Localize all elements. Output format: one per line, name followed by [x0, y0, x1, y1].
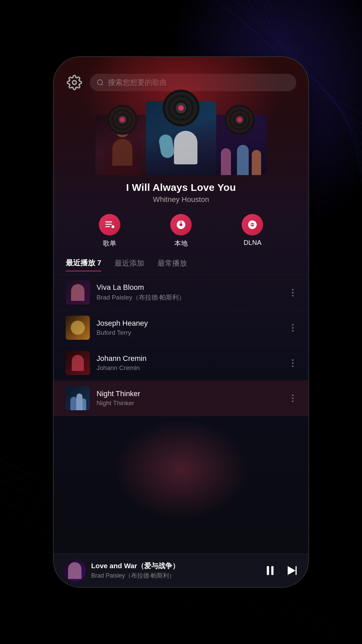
more-button-4[interactable]	[289, 392, 296, 405]
local-icon-bg	[170, 214, 192, 235]
more-button-2[interactable]	[289, 321, 296, 334]
song-thumb-2	[66, 316, 90, 340]
svg-rect-11	[267, 566, 269, 575]
song-thumb-1	[66, 280, 90, 305]
featured-artist: Whitney Houston	[54, 195, 308, 204]
dlna-icon	[247, 219, 258, 230]
np-controls	[263, 564, 298, 577]
nav-dlna-label: DLNA	[244, 239, 261, 247]
svg-point-0	[72, 80, 76, 85]
np-artist: Brad Paisley（布拉德·帕斯利）	[91, 572, 258, 580]
screen: 搜索您想要的歌曲	[54, 57, 308, 587]
song-artist-4: Night Thinker	[97, 399, 283, 407]
search-placeholder: 搜索您想要的歌曲	[108, 77, 167, 88]
vinyl-disc-right	[225, 105, 255, 135]
tabs-row: 最近播放 7 最近添加 最常播放	[54, 255, 308, 275]
np-info: Love and War（爱与战争） Brad Paisley（布拉德·帕斯利）	[91, 561, 258, 580]
tab-recent-add[interactable]: 最近添加	[115, 258, 144, 271]
song-artist-3: Johann Cremin	[97, 364, 283, 372]
phone-shell: 搜索您想要的歌曲	[54, 57, 308, 587]
album-card-left[interactable]	[96, 115, 149, 175]
svg-rect-14	[296, 566, 297, 575]
song-title-4: Night Thinker	[97, 389, 283, 398]
svg-point-1	[98, 80, 103, 85]
playlist-icon-bg	[99, 214, 120, 235]
svg-rect-5	[105, 226, 110, 227]
song-list: Viva La Bloom Brad Paisley（布拉德·帕斯利） Jose…	[54, 275, 308, 416]
svg-rect-3	[105, 221, 112, 222]
tab-recent[interactable]: 最近播放 7	[66, 258, 101, 271]
song-info-2: Joseph Heaney Buford Terry	[97, 319, 283, 336]
song-row[interactable]: Johann Cremin Johann Cremin	[54, 345, 308, 381]
tab-most-played[interactable]: 最常播放	[158, 258, 187, 271]
more-button-3[interactable]	[289, 357, 296, 370]
vinyl-disc-center	[163, 90, 199, 126]
more-button-1[interactable]	[289, 286, 296, 299]
song-title-3: Johann Cremin	[97, 354, 283, 363]
song-row[interactable]: Viva La Bloom Brad Paisley（布拉德·帕斯利）	[54, 275, 308, 310]
svg-line-2	[102, 84, 103, 85]
search-icon	[97, 79, 104, 86]
skip-next-button[interactable]	[285, 564, 298, 577]
song-title-2: Joseph Heaney	[97, 319, 283, 328]
featured-title: I Will Always Love You	[54, 182, 308, 193]
search-bar[interactable]: 搜索您想要的歌曲	[90, 74, 296, 91]
svg-rect-4	[105, 224, 112, 225]
svg-point-6	[111, 225, 114, 228]
svg-rect-12	[271, 566, 274, 575]
album-card-right[interactable]	[213, 115, 266, 175]
song-info-4: Night Thinker Night Thinker	[97, 389, 283, 407]
nav-playlist-label: 歌单	[103, 239, 116, 248]
np-album-art	[64, 559, 86, 582]
pause-button[interactable]	[263, 564, 277, 577]
song-artist-2: Buford Terry	[97, 329, 283, 336]
now-playing-bar[interactable]: Love and War（爱与战争） Brad Paisley（布拉德·帕斯利）	[54, 553, 308, 587]
song-thumb-4	[66, 386, 90, 410]
nav-icons: 歌单 本地	[54, 204, 308, 255]
song-row[interactable]: Joseph Heaney Buford Terry	[54, 310, 308, 345]
nav-local[interactable]: 本地	[170, 214, 192, 248]
playlist-icon	[104, 219, 115, 230]
song-row-active[interactable]: Night Thinker Night Thinker	[54, 381, 308, 416]
song-artist-1: Brad Paisley（布拉德·帕斯利）	[97, 293, 283, 302]
svg-marker-13	[288, 566, 295, 575]
np-title: Love and War（爱与战争）	[91, 561, 258, 571]
dlna-icon-bg	[242, 214, 263, 235]
settings-button[interactable]	[66, 74, 83, 91]
song-title-1: Viva La Bloom	[97, 283, 283, 292]
nav-dlna[interactable]: DLNA	[242, 214, 263, 248]
nav-playlist[interactable]: 歌单	[99, 214, 120, 248]
album-card-center[interactable]	[146, 101, 216, 175]
vinyl-disc-left	[107, 105, 137, 135]
song-thumb-3	[66, 351, 90, 375]
song-info-3: Johann Cremin Johann Cremin	[97, 354, 283, 372]
album-carousel	[54, 98, 308, 178]
song-info-1: Viva La Bloom Brad Paisley（布拉德·帕斯利）	[97, 283, 283, 302]
nav-local-label: 本地	[174, 239, 188, 248]
local-icon	[175, 219, 187, 230]
